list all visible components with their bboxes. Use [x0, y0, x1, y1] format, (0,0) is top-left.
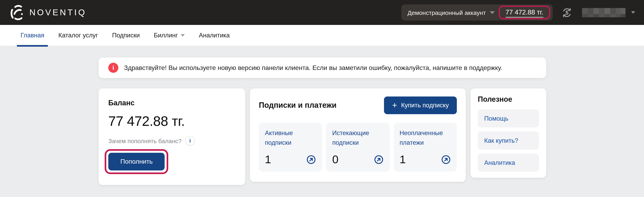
stat-label: Неоплаченные платежи	[400, 128, 451, 148]
buy-subscription-button[interactable]: + Купить подписку	[384, 96, 457, 114]
subscriptions-card-title: Подписки и платежи	[259, 101, 336, 110]
topup-button[interactable]: Пополнить	[108, 153, 165, 171]
tab-service-catalog[interactable]: Каталог услуг	[58, 25, 98, 46]
balance-card-title: Баланс	[108, 99, 236, 107]
main-navigation: Главная Каталог услуг Подписки Биллинг А…	[0, 25, 644, 46]
annotation-balance-highlight: 77 472.88 тг.	[499, 6, 550, 19]
balance-card: Баланс 77 472.88 тг. Зачем пополнять бал…	[98, 88, 245, 185]
tab-label: Каталог услуг	[58, 32, 98, 39]
stat-tile-unpaid-payments: Неоплаченные платежи 1	[394, 123, 457, 172]
stat-label: Активные подписки	[265, 128, 316, 148]
balance-amount: 77 472.88 тг.	[108, 113, 236, 129]
svg-text:$: $	[565, 9, 568, 15]
header-balance-link[interactable]: 77 472.88 тг.	[506, 8, 544, 18]
plus-icon: +	[392, 101, 397, 109]
header-right-group: Демонстрационный аккаунт 77 472.88 тг. $	[401, 4, 635, 20]
tab-subscriptions[interactable]: Подписки	[112, 25, 140, 46]
info-icon: i	[108, 63, 118, 73]
useful-link-how-to-buy[interactable]: Как купить?	[478, 132, 539, 150]
client-panel-page: NOVENTIQ Демонстрационный аккаунт 77 472…	[0, 0, 644, 197]
caret-down-icon	[490, 11, 495, 14]
tab-analytics[interactable]: Аналитика	[199, 25, 230, 46]
arrow-up-right-icon[interactable]	[306, 155, 316, 165]
content-area: i Здравствуйте! Вы используете новую вер…	[0, 46, 644, 197]
stat-value: 1	[265, 153, 271, 166]
account-switcher[interactable]: Демонстрационный аккаунт 77 472.88 тг.	[401, 4, 553, 20]
stat-label: Истекающие подписки	[332, 128, 384, 148]
caret-down-icon	[631, 11, 635, 14]
info-banner: i Здравствуйте! Вы используете новую вер…	[98, 57, 546, 78]
useful-card: Полезное Помощь Как купить? Аналитика	[470, 88, 546, 178]
useful-link-help[interactable]: Помощь	[478, 109, 539, 127]
buy-subscription-label: Купить подписку	[401, 102, 449, 109]
user-name-redacted	[582, 8, 626, 17]
top-header: NOVENTIQ Демонстрационный аккаунт 77 472…	[0, 0, 644, 25]
banner-text: Здравствуйте! Вы используете новую верси…	[124, 64, 502, 71]
noventiq-logo-icon	[10, 4, 26, 20]
stat-tile-active-subscriptions: Активные подписки 1	[259, 123, 322, 172]
account-name: Демонстрационный аккаунт	[408, 9, 486, 16]
info-tooltip-icon[interactable]: i	[185, 136, 195, 146]
subscriptions-card: Подписки и платежи + Купить подписку Акт…	[250, 88, 466, 182]
useful-link-analytics[interactable]: Аналитика	[478, 154, 539, 172]
stat-value: 1	[400, 153, 406, 166]
caret-down-icon	[181, 34, 185, 37]
tab-label: Главная	[20, 32, 44, 39]
currency-exchange-icon[interactable]: $	[562, 7, 572, 18]
arrow-up-right-icon[interactable]	[374, 155, 384, 165]
brand-wordmark: NOVENTIQ	[30, 8, 86, 17]
stat-tile-expiring-subscriptions: Истекающие подписки 0	[326, 123, 390, 172]
why-topup-label: Зачем пополнять баланс?	[108, 137, 182, 144]
tab-billing[interactable]: Биллинг	[154, 25, 185, 46]
brand-logo: NOVENTIQ	[10, 4, 86, 20]
annotation-topup-highlight: Пополнить	[105, 149, 168, 174]
tab-label: Аналитика	[199, 32, 230, 39]
tab-label: Биллинг	[154, 32, 178, 39]
stat-value: 0	[332, 153, 338, 166]
tab-home[interactable]: Главная	[20, 25, 44, 46]
arrow-up-right-icon[interactable]	[441, 155, 451, 165]
user-menu[interactable]	[582, 8, 635, 17]
useful-card-title: Полезное	[478, 95, 539, 104]
tab-label: Подписки	[112, 32, 140, 39]
